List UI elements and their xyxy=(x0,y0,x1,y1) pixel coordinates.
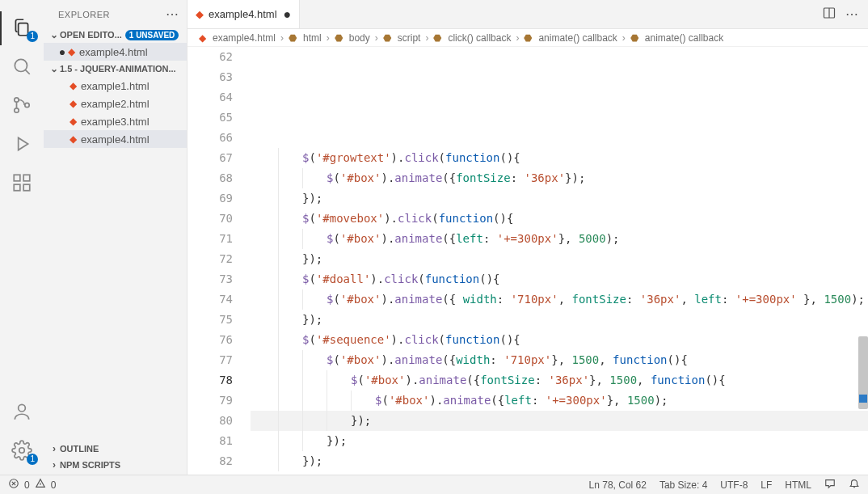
activity-debug-icon[interactable] xyxy=(9,131,35,157)
modified-dot-icon: ● xyxy=(284,7,292,22)
line-gutter: 6263646566676869707172737475767778798081… xyxy=(188,47,251,475)
symbol-icon: ⬣ xyxy=(433,32,441,44)
chevron-down-icon: ⌄ xyxy=(48,29,60,40)
activity-explorer-icon[interactable]: 1 xyxy=(9,15,35,40)
activity-search-icon[interactable] xyxy=(9,53,35,79)
file-item[interactable]: ◆example3.html xyxy=(44,112,187,130)
svg-point-0 xyxy=(15,59,27,71)
sidebar: EXPLORER ⋯ ⌄ OPEN EDITO... 1 UNSAVED ● ◆… xyxy=(44,0,188,475)
html-file-icon: ◆ xyxy=(68,46,75,57)
chevron-right-icon: › xyxy=(48,443,60,454)
activity-bar: 1 1 xyxy=(0,0,44,475)
file-item[interactable]: ◆example1.html xyxy=(44,77,187,95)
chevron-down-icon: ⌄ xyxy=(48,63,60,74)
chevron-right-icon: › xyxy=(375,32,378,44)
editor-area: ◆ example4.html ● ⋯ ◆example4.html ›⬣htm… xyxy=(188,0,868,475)
folder-header[interactable]: ⌄ 1.5 - JQUERY-ANIMATION... xyxy=(44,61,187,77)
symbol-icon: ⬣ xyxy=(524,32,532,44)
chevron-right-icon: › xyxy=(516,32,519,44)
svg-point-1 xyxy=(15,98,19,102)
html-file-icon: ◆ xyxy=(70,116,77,127)
status-bar: 0 0 Ln 78, Col 62 Tab Size: 4 UTF-8 LF H… xyxy=(0,475,868,494)
modified-dot-icon: ● xyxy=(58,48,66,56)
chevron-right-icon: › xyxy=(280,32,284,44)
open-editors-header[interactable]: ⌄ OPEN EDITO... 1 UNSAVED xyxy=(44,27,187,43)
chevron-right-icon: › xyxy=(327,32,330,44)
warning-count[interactable]: 0 xyxy=(51,479,57,491)
explorer-title: EXPLORER xyxy=(58,10,110,19)
tab-size[interactable]: Tab Size: 4 xyxy=(659,479,707,491)
html-file-icon: ◆ xyxy=(70,98,77,109)
symbol-icon: ⬣ xyxy=(289,32,297,44)
html-file-icon: ◆ xyxy=(70,80,77,91)
chevron-right-icon: › xyxy=(622,32,626,44)
cursor-position[interactable]: Ln 78, Col 62 xyxy=(589,479,647,491)
encoding[interactable]: UTF-8 xyxy=(720,479,748,491)
warnings-icon[interactable] xyxy=(35,478,46,492)
svg-point-2 xyxy=(15,108,19,112)
gear-badge: 1 xyxy=(27,454,38,465)
more-actions-icon[interactable]: ⋯ xyxy=(845,6,858,22)
explorer-more-icon[interactable]: ⋯ xyxy=(166,6,179,22)
code-content[interactable]: $('#growtext').click(function(){$('#box'… xyxy=(251,47,868,475)
errors-icon[interactable] xyxy=(8,478,19,492)
svg-point-9 xyxy=(19,448,25,454)
activity-settings-icon[interactable]: 1 xyxy=(9,437,35,463)
svg-rect-7 xyxy=(23,175,30,181)
svg-rect-5 xyxy=(14,184,20,191)
code-editor[interactable]: 6263646566676869707172737475767778798081… xyxy=(188,47,868,475)
activity-badge: 1 xyxy=(27,31,38,42)
language-mode[interactable]: HTML xyxy=(785,479,811,491)
svg-rect-4 xyxy=(14,175,20,181)
split-editor-icon[interactable] xyxy=(823,6,836,22)
file-item[interactable]: ◆example4.html xyxy=(44,130,187,148)
file-item[interactable]: ◆example2.html xyxy=(44,95,187,112)
unsaved-badge: 1 UNSAVED xyxy=(125,30,179,40)
bell-icon[interactable] xyxy=(849,478,860,492)
symbol-icon: ⬣ xyxy=(383,32,391,44)
symbol-icon: ⬣ xyxy=(630,32,638,44)
svg-rect-6 xyxy=(23,184,30,191)
svg-point-3 xyxy=(25,103,29,107)
html-file-icon: ◆ xyxy=(196,8,204,20)
open-editor-item[interactable]: ● ◆ example4.html xyxy=(44,43,187,61)
breadcrumb[interactable]: ◆example4.html ›⬣html ›⬣body ›⬣script ›⬣… xyxy=(188,29,868,47)
activity-account-icon[interactable] xyxy=(9,399,35,424)
error-count[interactable]: 0 xyxy=(24,479,30,491)
feedback-icon[interactable] xyxy=(824,478,836,492)
html-file-icon: ◆ xyxy=(199,32,206,44)
npm-scripts-header[interactable]: › NPM SCRIPTS xyxy=(44,457,187,473)
eol[interactable]: LF xyxy=(761,479,772,491)
tab-bar: ◆ example4.html ● ⋯ xyxy=(188,0,868,29)
html-file-icon: ◆ xyxy=(70,133,77,145)
chevron-right-icon: › xyxy=(48,459,60,471)
activity-scm-icon[interactable] xyxy=(9,92,35,118)
outline-header[interactable]: › OUTLINE xyxy=(44,441,187,457)
editor-tab[interactable]: ◆ example4.html ● xyxy=(188,0,300,28)
activity-extensions-icon[interactable] xyxy=(9,170,35,196)
svg-point-8 xyxy=(19,404,26,412)
symbol-icon: ⬣ xyxy=(335,32,343,44)
chevron-right-icon: › xyxy=(425,32,428,44)
